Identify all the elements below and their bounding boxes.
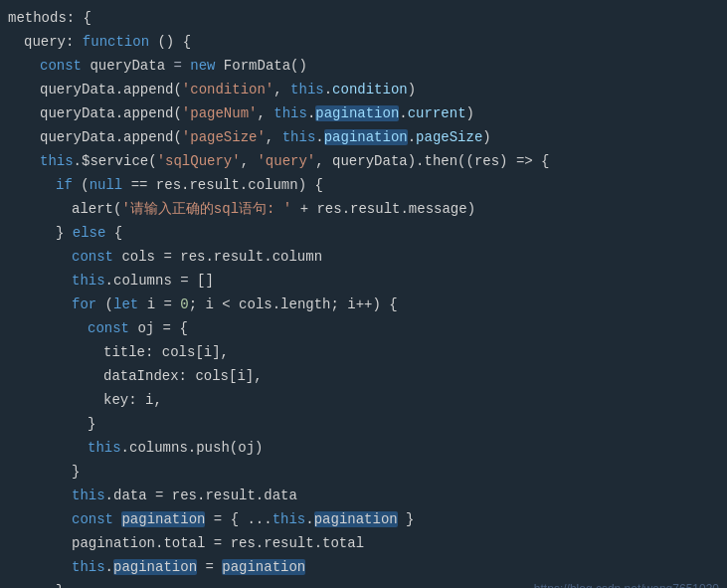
code-text: title: cols[i], — [103, 340, 229, 364]
code-editor: methods: { query: function () { const qu… — [0, 0, 727, 588]
code-line-4: queryData.append('condition', this.condi… — [0, 78, 727, 101]
code-line-20: } — [0, 460, 727, 484]
code-line-7: this.$service('sqlQuery', 'query', query… — [0, 149, 727, 173]
code-line-12: this.columns = [] — [0, 269, 727, 293]
code-line-14: const oj = { — [0, 316, 727, 340]
code-line-22: const pagination = { ...this.pagination … — [0, 507, 727, 531]
code-line-17: key: i, — [0, 388, 727, 412]
code-text: } else { — [56, 221, 122, 245]
code-line-9: alert('请输入正确的sql语句: ' + res.result.messa… — [0, 197, 727, 221]
code-line-13: for (let i = 0; i < cols.length; i++) { — [0, 293, 727, 316]
code-line-2: query: function () { — [0, 30, 727, 54]
code-line-18: } — [0, 412, 727, 436]
code-line-3: const queryData = new FormData() — [0, 54, 727, 78]
code-text: queryData.append('condition', this.condi… — [40, 78, 416, 101]
code-line-10: } else { — [0, 221, 727, 245]
code-text: } — [72, 460, 80, 484]
code-line-1: methods: { — [0, 6, 727, 30]
code-text: alert('请输入正确的sql语句: ' + res.result.messa… — [72, 197, 475, 221]
code-text: pagination.total = res.result.total — [72, 531, 364, 555]
code-line-16: dataIndex: cols[i], — [0, 364, 727, 388]
code-line-15: title: cols[i], — [0, 340, 727, 364]
code-line-5: queryData.append('pageNum', this.paginat… — [0, 101, 727, 125]
code-line-11: const cols = res.result.column — [0, 245, 727, 269]
code-line-19: this.columns.push(oj) — [0, 436, 727, 460]
code-text: dataIndex: cols[i], — [103, 364, 263, 388]
keyword-const: const — [40, 54, 82, 78]
code-line-8: if (null == res.result.column) { — [0, 173, 727, 197]
code-text: key: i, — [103, 388, 162, 412]
code-text: } — [56, 579, 64, 588]
code-line-21: this.data = res.result.data — [0, 484, 727, 507]
code-text: query: function () { — [24, 30, 191, 54]
code-text: queryData.append('pageSize', this.pagina… — [40, 125, 491, 149]
code-line-23: pagination.total = res.result.total — [0, 531, 727, 555]
code-line-25: } — [0, 579, 727, 588]
code-line-6: queryData.append('pageSize', this.pagina… — [0, 125, 727, 149]
code-line-24: this.pagination = pagination — [0, 555, 727, 579]
code-text: queryData.append('pageNum', this.paginat… — [40, 101, 474, 125]
code-text: } — [88, 412, 95, 436]
code-text: methods: { — [8, 6, 91, 30]
